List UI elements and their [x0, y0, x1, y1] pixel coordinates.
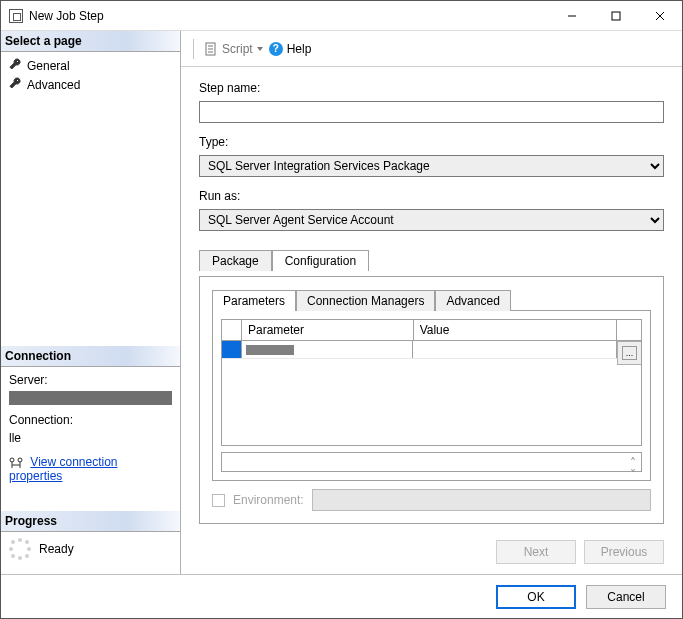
gap	[1, 487, 180, 511]
ellipsis-button[interactable]: ...	[622, 346, 637, 360]
progress-status: Ready	[39, 542, 74, 556]
close-icon	[655, 11, 665, 21]
environment-checkbox[interactable]	[212, 494, 225, 507]
inner-tab-connection-managers[interactable]: Connection Managers	[296, 290, 435, 311]
grid-row[interactable]: ...	[222, 341, 641, 359]
inner-tabstrip: Parameters Connection Managers Advanced	[212, 289, 651, 310]
help-label: Help	[287, 42, 312, 56]
step-name-label: Step name:	[199, 81, 664, 95]
minimize-icon	[567, 11, 577, 21]
configuration-panel: Parameters Connection Managers Advanced …	[199, 276, 664, 524]
environment-row: Environment:	[212, 489, 651, 511]
svg-point-4	[10, 458, 14, 462]
type-combo[interactable]: SQL Server Integration Services Package	[199, 155, 664, 177]
scroll-down-icon[interactable]: ˅	[627, 469, 639, 481]
grid-body: ...	[222, 341, 641, 445]
connection-props-icon	[9, 457, 23, 469]
tab-configuration[interactable]: Configuration	[272, 250, 369, 271]
inner-tab-advanced[interactable]: Advanced	[435, 290, 510, 311]
progress-row: Ready	[1, 532, 180, 574]
nav-row: Next Previous	[199, 540, 664, 564]
cell-value[interactable]	[413, 341, 617, 358]
right-panel: Script ? Help Step name: Type: SQL Serve…	[181, 31, 682, 574]
connection-header: Connection	[1, 346, 180, 367]
previous-button: Previous	[584, 540, 664, 564]
parameters-panel: Parameter Value	[212, 310, 651, 481]
script-icon	[204, 42, 218, 56]
script-label: Script	[222, 42, 253, 56]
next-button: Next	[496, 540, 576, 564]
toolbar-divider	[193, 39, 194, 59]
step-name-input[interactable]	[199, 101, 664, 123]
maximize-button[interactable]	[594, 1, 638, 30]
footer: OK Cancel	[1, 574, 682, 618]
page-general[interactable]: General	[9, 56, 172, 75]
server-label: Server:	[9, 371, 172, 389]
grid-header: Parameter Value	[222, 320, 641, 341]
row-header-corner	[222, 320, 242, 340]
run-as-combo[interactable]: SQL Server Agent Service Account	[199, 209, 664, 231]
page-advanced[interactable]: Advanced	[9, 75, 172, 94]
help-button[interactable]: ? Help	[269, 42, 312, 56]
connection-label: Connection:	[9, 411, 172, 429]
header-parameter[interactable]: Parameter	[242, 320, 414, 340]
toolbar: Script ? Help	[181, 31, 682, 67]
window: New Job Step Select a page Gene	[0, 0, 683, 619]
ok-button[interactable]: OK	[496, 585, 576, 609]
run-as-label: Run as:	[199, 189, 664, 203]
page-label: Advanced	[27, 78, 80, 92]
chevron-down-icon	[257, 47, 263, 51]
titlebar-left: New Job Step	[9, 9, 104, 23]
help-icon: ?	[269, 42, 283, 56]
connection-section: Server: Connection: lle View connection …	[1, 367, 180, 487]
wrench-icon	[9, 58, 21, 73]
minimize-button[interactable]	[550, 1, 594, 30]
maximize-icon	[611, 11, 621, 21]
description-box[interactable]: ˄ ˅	[221, 452, 642, 472]
close-button[interactable]	[638, 1, 682, 30]
row-selector[interactable]	[222, 341, 242, 358]
page-label: General	[27, 59, 70, 73]
view-connection-link[interactable]: View connection properties	[9, 455, 118, 483]
page-list: General Advanced	[1, 52, 180, 98]
header-btn	[617, 320, 641, 340]
titlebar: New Job Step	[1, 1, 682, 31]
window-controls	[550, 1, 682, 30]
header-value[interactable]: Value	[414, 320, 617, 340]
script-dropdown[interactable]: Script	[204, 42, 263, 56]
tab-package[interactable]: Package	[199, 250, 272, 271]
cancel-button[interactable]: Cancel	[586, 585, 666, 609]
description-scrollbar[interactable]: ˄ ˅	[627, 457, 639, 467]
view-connection-row: View connection properties	[9, 455, 172, 483]
progress-header: Progress	[1, 511, 180, 532]
svg-point-5	[18, 458, 22, 462]
environment-combo	[312, 489, 651, 511]
type-label: Type:	[199, 135, 664, 149]
wrench-icon	[9, 77, 21, 92]
environment-label: Environment:	[233, 493, 304, 507]
window-title: New Job Step	[29, 9, 104, 23]
outer-tabstrip: Package Configuration	[199, 249, 664, 270]
cell-ellipsis: ...	[617, 341, 641, 365]
select-page-header: Select a page	[1, 31, 180, 52]
window-icon	[9, 9, 23, 23]
server-value-redacted	[9, 391, 172, 405]
parameter-name-redacted	[246, 345, 294, 355]
left-panel: Select a page General Advanced Connectio…	[1, 31, 181, 574]
inner-tab-parameters[interactable]: Parameters	[212, 290, 296, 311]
content: Select a page General Advanced Connectio…	[1, 31, 682, 574]
form-area: Step name: Type: SQL Server Integration …	[181, 67, 682, 574]
parameters-grid: Parameter Value	[221, 319, 642, 446]
cell-parameter[interactable]	[242, 341, 413, 358]
left-spacer	[1, 98, 180, 346]
connection-value: lle	[9, 429, 172, 447]
spinner-icon	[9, 538, 31, 560]
svg-rect-1	[612, 12, 620, 20]
